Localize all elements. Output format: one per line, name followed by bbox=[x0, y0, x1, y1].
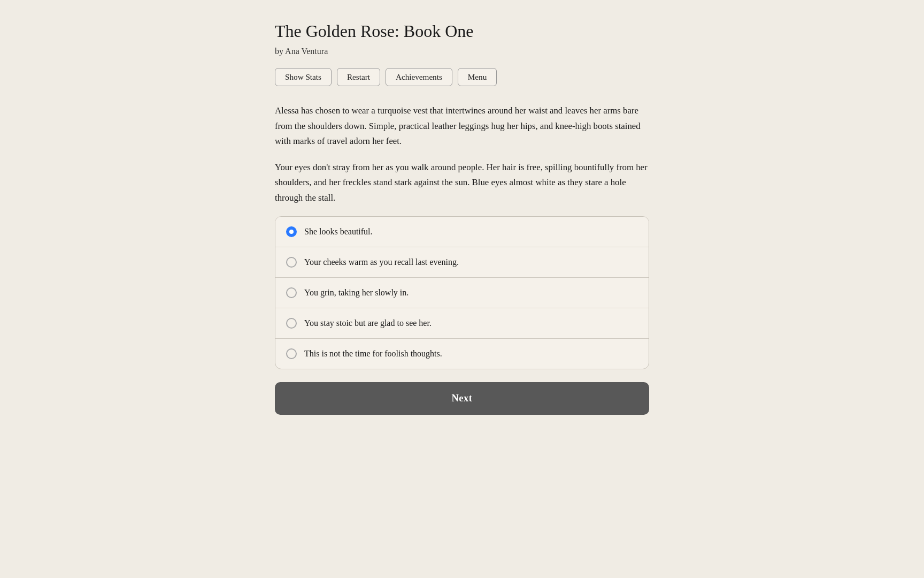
radio-1 bbox=[286, 226, 297, 237]
choice-item-3[interactable]: You grin, taking her slowly in. bbox=[275, 278, 649, 308]
choice-text-4: You stay stoic but are glad to see her. bbox=[304, 318, 432, 328]
menu-button[interactable]: Menu bbox=[458, 68, 497, 86]
choice-item-5[interactable]: This is not the time for foolish thought… bbox=[275, 339, 649, 369]
toolbar: Show Stats Restart Achievements Menu bbox=[275, 68, 649, 86]
choice-text-3: You grin, taking her slowly in. bbox=[304, 288, 409, 298]
book-title: The Golden Rose: Book One bbox=[275, 21, 649, 41]
story-paragraph-2: Your eyes don't stray from her as you wa… bbox=[275, 160, 649, 206]
radio-5 bbox=[286, 348, 297, 359]
choice-text-5: This is not the time for foolish thought… bbox=[304, 349, 442, 359]
story-paragraph-1: Alessa has chosen to wear a turquoise ve… bbox=[275, 103, 649, 149]
next-button[interactable]: Next bbox=[275, 382, 649, 415]
choice-item-2[interactable]: Your cheeks warm as you recall last even… bbox=[275, 247, 649, 278]
choice-item-1[interactable]: She looks beautiful. bbox=[275, 217, 649, 247]
radio-2 bbox=[286, 257, 297, 268]
radio-3 bbox=[286, 287, 297, 298]
show-stats-button[interactable]: Show Stats bbox=[275, 68, 332, 86]
choice-item-4[interactable]: You stay stoic but are glad to see her. bbox=[275, 308, 649, 339]
choice-text-2: Your cheeks warm as you recall last even… bbox=[304, 257, 459, 267]
radio-4 bbox=[286, 318, 297, 329]
achievements-button[interactable]: Achievements bbox=[386, 68, 452, 86]
restart-button[interactable]: Restart bbox=[337, 68, 380, 86]
page-container: The Golden Rose: Book One by Ana Ventura… bbox=[275, 21, 649, 578]
choices-container: She looks beautiful.Your cheeks warm as … bbox=[275, 216, 649, 369]
book-author: by Ana Ventura bbox=[275, 47, 649, 56]
choice-text-1: She looks beautiful. bbox=[304, 227, 373, 237]
